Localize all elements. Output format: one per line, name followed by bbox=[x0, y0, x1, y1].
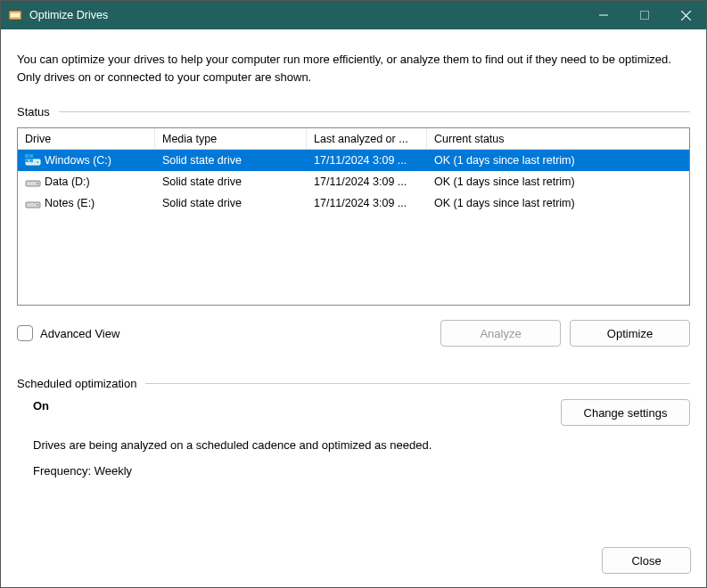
analyze-button: Analyze bbox=[440, 320, 561, 347]
svg-point-15 bbox=[37, 204, 38, 206]
minimize-button[interactable] bbox=[583, 1, 624, 29]
scheduled-state: On bbox=[33, 399, 49, 412]
drive-status: OK (1 days since last retrim) bbox=[427, 197, 689, 209]
close-window-button[interactable] bbox=[665, 1, 706, 29]
advanced-view-label: Advanced View bbox=[40, 327, 119, 340]
scheduled-frequency: Frequency: Weekly bbox=[33, 464, 690, 478]
svg-rect-8 bbox=[25, 154, 29, 158]
drive-icon bbox=[25, 197, 41, 209]
table-row[interactable]: Data (D:)Solid state drive17/11/2024 3:0… bbox=[18, 171, 689, 192]
close-button[interactable]: Close bbox=[602, 547, 691, 574]
title-bar: Optimize Drives bbox=[1, 1, 706, 29]
divider bbox=[145, 383, 690, 384]
svg-rect-1 bbox=[11, 13, 20, 17]
scheduled-description: Drives are being analyzed on a scheduled… bbox=[33, 438, 690, 452]
table-row[interactable]: Windows (C:)Solid state drive17/11/2024 … bbox=[18, 150, 689, 171]
drive-last-analyzed: 17/11/2024 3:09 ... bbox=[307, 154, 427, 167]
drive-status: OK (1 days since last retrim) bbox=[427, 176, 689, 188]
svg-rect-11 bbox=[29, 159, 33, 162]
svg-rect-9 bbox=[29, 154, 33, 158]
drive-status: OK (1 days since last retrim) bbox=[427, 154, 689, 167]
svg-point-7 bbox=[37, 161, 38, 163]
col-header-status[interactable]: Current status bbox=[427, 128, 689, 149]
description-text: You can optimize your drives to help you… bbox=[17, 51, 690, 86]
list-header[interactable]: Drive Media type Last analyzed or ... Cu… bbox=[18, 128, 689, 150]
svg-point-13 bbox=[37, 183, 38, 184]
table-row[interactable]: Notes (E:)Solid state drive17/11/2024 3:… bbox=[18, 192, 689, 214]
status-section-header: Status bbox=[17, 105, 690, 118]
advanced-view-checkbox[interactable] bbox=[17, 325, 33, 341]
drive-name: Notes (E:) bbox=[45, 197, 95, 209]
drive-media: Solid state drive bbox=[155, 154, 307, 167]
drive-icon bbox=[25, 176, 41, 188]
app-icon bbox=[8, 8, 22, 22]
drive-name: Windows (C:) bbox=[45, 154, 111, 167]
divider bbox=[59, 111, 690, 112]
scheduled-label: Scheduled optimization bbox=[17, 377, 136, 390]
window-title: Optimize Drives bbox=[29, 9, 108, 21]
drive-icon bbox=[25, 154, 41, 167]
drive-last-analyzed: 17/11/2024 3:09 ... bbox=[307, 197, 427, 209]
col-header-drive[interactable]: Drive bbox=[18, 128, 155, 149]
drive-name: Data (D:) bbox=[45, 176, 90, 188]
optimize-button[interactable]: Optimize bbox=[570, 320, 690, 347]
drive-last-analyzed: 17/11/2024 3:09 ... bbox=[307, 176, 427, 188]
drive-list[interactable]: Drive Media type Last analyzed or ... Cu… bbox=[17, 127, 690, 306]
svg-rect-3 bbox=[641, 12, 649, 20]
maximize-button bbox=[624, 1, 665, 29]
status-label: Status bbox=[17, 105, 50, 118]
scheduled-section-header: Scheduled optimization bbox=[17, 377, 690, 390]
svg-rect-10 bbox=[25, 159, 29, 162]
drive-media: Solid state drive bbox=[155, 176, 307, 188]
col-header-last[interactable]: Last analyzed or ... bbox=[307, 128, 427, 149]
drive-media: Solid state drive bbox=[155, 197, 307, 209]
change-settings-button[interactable]: Change settings bbox=[561, 399, 690, 426]
col-header-media[interactable]: Media type bbox=[155, 128, 307, 149]
